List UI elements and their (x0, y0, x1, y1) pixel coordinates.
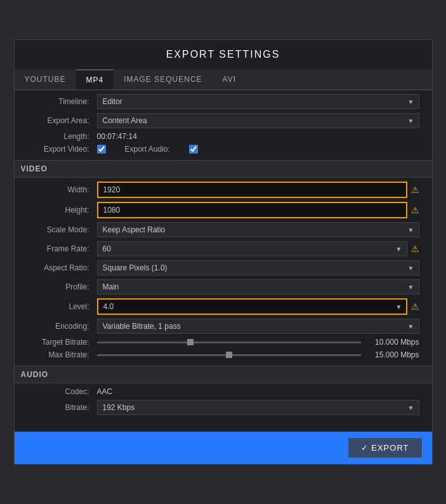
width-input-wrap: ⚠ (97, 182, 419, 198)
max-bitrate-row: Max Bitrate: 15.000 Mbps (27, 350, 419, 359)
export-area-select-wrap[interactable]: Content Area (97, 113, 419, 128)
max-bitrate-slider-wrap: 15.000 Mbps (97, 350, 419, 359)
max-bitrate-label: Max Bitrate: (27, 350, 97, 359)
target-bitrate-slider[interactable] (97, 342, 361, 343)
export-area-select[interactable]: Content Area (97, 113, 419, 128)
tab-youtube[interactable]: YOUTUBE (15, 69, 76, 90)
width-input[interactable] (97, 182, 407, 198)
tab-bar: YOUTUBE MP4 IMAGE SEQUENCE AVI (15, 69, 432, 90)
codec-label: Codec: (27, 387, 97, 396)
export-audio-checkbox[interactable] (189, 145, 198, 154)
target-bitrate-slider-wrap: 10.000 Mbps (97, 338, 419, 347)
scale-mode-label: Scale Mode: (27, 225, 97, 234)
height-input-wrap: ⚠ (97, 202, 419, 218)
export-area-row: Export Area: Content Area (27, 113, 419, 128)
height-warning-icon: ⚠ (411, 205, 419, 215)
frame-rate-wrap: 60 ⚠ (97, 241, 419, 256)
scale-mode-row: Scale Mode: Keep Aspect Ratio (27, 222, 419, 237)
export-button[interactable]: ✓ EXPORT (348, 438, 422, 458)
target-bitrate-label: Target Bitrate: (27, 338, 97, 347)
encoding-row: Encoding: Variable Bitrate, 1 pass (27, 319, 419, 334)
tab-mp4[interactable]: MP4 (76, 69, 114, 90)
dialog-title: EXPORT SETTINGS (15, 40, 432, 69)
profile-select[interactable]: Main (97, 279, 419, 295)
length-value: 00:07:47:14 (97, 132, 137, 141)
level-wrap: 4.0 ⚠ (97, 298, 419, 315)
max-bitrate-slider[interactable] (97, 354, 361, 356)
length-row: Length: 00:07:47:14 (27, 132, 419, 141)
export-video-label: Export Video: (27, 145, 97, 154)
export-area-label: Export Area: (27, 116, 97, 125)
export-audio-label: Export Audio: (125, 145, 170, 154)
frame-rate-label: Frame Rate: (27, 244, 97, 253)
profile-select-wrap[interactable]: Main (97, 279, 419, 295)
frame-rate-select[interactable]: 60 (97, 241, 407, 256)
codec-row: Codec: AAC (27, 387, 419, 396)
timeline-select-wrap[interactable]: Editor (97, 94, 419, 109)
target-bitrate-row: Target Bitrate: 10.000 Mbps (27, 338, 419, 347)
timeline-select[interactable]: Editor (97, 94, 419, 109)
audio-bitrate-select[interactable]: 192 Kbps (97, 400, 419, 415)
height-label: Height: (27, 206, 97, 215)
width-warning-icon: ⚠ (411, 185, 419, 195)
aspect-ratio-row: Aspect Ratio: Square Pixels (1.0) (27, 260, 419, 275)
codec-value: AAC (97, 387, 113, 396)
checkboxes: Export Audio: (97, 145, 198, 154)
length-label: Length: (27, 132, 97, 141)
height-row: Height: ⚠ (27, 202, 419, 218)
audio-bitrate-select-wrap[interactable]: 192 Kbps (97, 400, 419, 415)
max-bitrate-value: 15.000 Mbps (369, 350, 419, 359)
encoding-select-wrap[interactable]: Variable Bitrate, 1 pass (97, 319, 419, 334)
target-bitrate-value: 10.000 Mbps (369, 338, 419, 347)
export-checkboxes-row: Export Video: Export Audio: (27, 145, 419, 154)
level-warning-icon: ⚠ (411, 302, 419, 312)
level-row: Level: 4.0 ⚠ (27, 298, 419, 315)
width-row: Width: ⚠ (27, 182, 419, 198)
profile-row: Profile: Main (27, 279, 419, 295)
profile-label: Profile: (27, 282, 97, 291)
video-section-header: VIDEO (15, 160, 432, 178)
timeline-row: Timeline: Editor (27, 94, 419, 109)
level-label: Level: (27, 302, 97, 311)
audio-section-header: AUDIO (15, 366, 432, 383)
export-video-checkbox[interactable] (97, 145, 106, 154)
encoding-label: Encoding: (27, 322, 97, 331)
tab-image-sequence[interactable]: IMAGE SEQUENCE (114, 69, 212, 90)
aspect-ratio-select[interactable]: Square Pixels (1.0) (97, 260, 419, 275)
main-content: Timeline: Editor Export Area: Content Ar… (15, 94, 432, 425)
scale-mode-select-wrap[interactable]: Keep Aspect Ratio (97, 222, 419, 237)
export-settings-dialog: EXPORT SETTINGS YOUTUBE MP4 IMAGE SEQUEN… (14, 39, 433, 465)
audio-bitrate-label: Bitrate: (27, 403, 97, 412)
timeline-label: Timeline: (27, 97, 97, 106)
aspect-ratio-label: Aspect Ratio: (27, 263, 97, 272)
height-input[interactable] (97, 202, 407, 218)
aspect-ratio-select-wrap[interactable]: Square Pixels (1.0) (97, 260, 419, 275)
frame-rate-warning-icon: ⚠ (411, 244, 419, 254)
footer: ✓ EXPORT (15, 432, 432, 464)
level-select[interactable]: 4.0 (97, 298, 407, 315)
width-label: Width: (27, 185, 97, 194)
tab-avi[interactable]: AVI (213, 69, 246, 90)
encoding-select[interactable]: Variable Bitrate, 1 pass (97, 319, 419, 334)
scale-mode-select[interactable]: Keep Aspect Ratio (97, 222, 419, 237)
level-select-wrap[interactable]: 4.0 (97, 298, 407, 315)
frame-rate-select-wrap[interactable]: 60 (97, 241, 407, 256)
frame-rate-row: Frame Rate: 60 ⚠ (27, 241, 419, 256)
audio-bitrate-row: Bitrate: 192 Kbps (27, 400, 419, 415)
